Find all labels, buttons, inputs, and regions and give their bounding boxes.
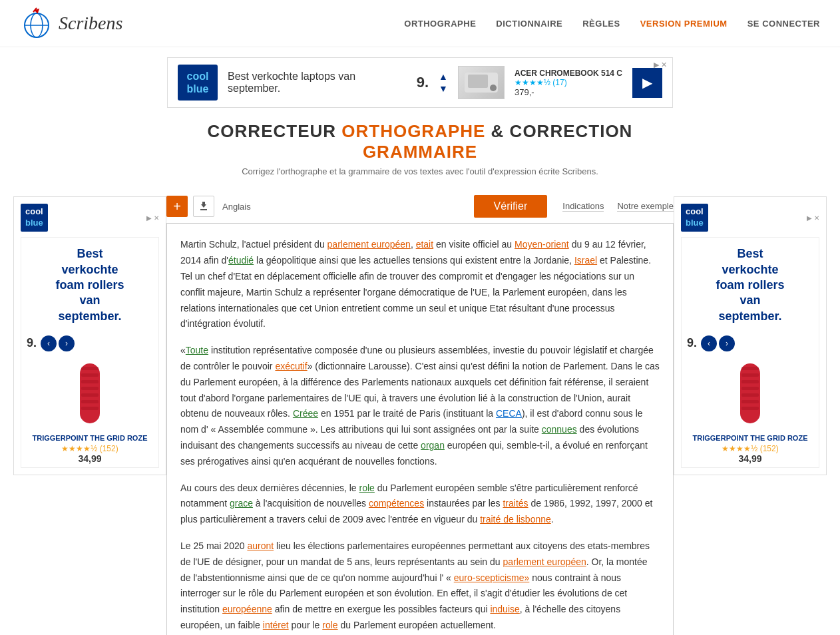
- svg-rect-14: [200, 209, 207, 210]
- ad-up-arrow[interactable]: ▲: [439, 71, 448, 82]
- error-parlement-europeen-2[interactable]: parlement européen: [503, 556, 586, 567]
- svg-rect-22: [741, 400, 759, 403]
- ad-product-image: [458, 66, 505, 99]
- error-competences[interactable]: compétences: [369, 498, 424, 509]
- verify-button[interactable]: Vérifier: [474, 195, 548, 218]
- left-sidebar-ad: coolblue ▶ ✕ Bestverkochtefoam rollersva…: [13, 196, 166, 475]
- top-ad-banner: ▶ ✕ coolblue Best verkochte laptops van …: [167, 57, 673, 108]
- text-content[interactable]: Martin Schulz, l'actuel président du par…: [166, 223, 674, 635]
- paragraph-3: Au cours des deux dernières décennies, l…: [180, 481, 660, 528]
- main-title-area: CORRECTEUR ORTHOGRAPHE & CORRECTION GRAM…: [167, 121, 673, 176]
- sidebar-ad-close-right[interactable]: ▶ ✕: [807, 214, 819, 222]
- error-organ[interactable]: organ: [421, 440, 445, 451]
- error-israel[interactable]: Israel: [574, 255, 597, 266]
- main-nav: ORTHOGRAPHE DICTIONNAIRE RÈGLES VERSION …: [404, 19, 820, 29]
- error-auront[interactable]: auront: [247, 540, 274, 551]
- right-ad-prev[interactable]: ‹: [701, 335, 717, 351]
- svg-rect-10: [81, 387, 99, 390]
- sidebar-ad-close-left[interactable]: ▶ ✕: [146, 214, 159, 222]
- error-euro-scepticisme[interactable]: euro-scepticisme»: [454, 572, 530, 583]
- svg-rect-13: [81, 407, 99, 410]
- right-product-name: TRIGGERPOINT THE GRID ROZE: [682, 434, 819, 442]
- language-selector[interactable]: Anglais: [220, 202, 254, 212]
- error-grace[interactable]: grace: [230, 498, 253, 509]
- main-content: + Anglais Vérifier Indications Notre exe…: [166, 190, 674, 635]
- error-parlement-europeen[interactable]: parlement européen: [327, 239, 411, 250]
- left-ad-prev[interactable]: ‹: [41, 335, 57, 351]
- svg-rect-8: [81, 373, 99, 377]
- left-product-image: [21, 357, 158, 430]
- svg-rect-23: [741, 407, 759, 410]
- download-icon: [198, 201, 209, 212]
- paragraph-4: Le 25 mai 2020 auront lieu les élections…: [180, 538, 660, 634]
- svg-point-5: [490, 85, 497, 91]
- error-role-1[interactable]: role: [359, 483, 375, 493]
- error-etudie[interactable]: étudié: [228, 255, 254, 266]
- right-sidebar-ad-logo: coolblue: [681, 204, 708, 232]
- svg-rect-12: [81, 400, 99, 403]
- nav-connect[interactable]: SE CONNECTER: [747, 19, 820, 29]
- error-interet[interactable]: intéret: [263, 620, 289, 630]
- svg-rect-19: [741, 380, 759, 383]
- nav-dictionnaire[interactable]: DICTIONNAIRE: [496, 19, 562, 29]
- svg-rect-4: [468, 75, 488, 88]
- error-toute[interactable]: Toute: [186, 345, 208, 355]
- ad-down-arrow[interactable]: ▼: [439, 83, 448, 94]
- download-button[interactable]: [193, 196, 214, 217]
- right-product-price: 34,99: [682, 453, 819, 464]
- error-etait[interactable]: etait: [416, 239, 433, 250]
- left-product-price: 34,99: [21, 453, 158, 464]
- ad-close-button[interactable]: ▶ ✕: [654, 61, 667, 69]
- nav-orthographe[interactable]: ORTHOGRAPHE: [404, 19, 476, 29]
- error-traites[interactable]: traités: [503, 498, 528, 509]
- left-ad-number: 9.: [27, 336, 37, 350]
- right-product-image: [682, 357, 819, 430]
- error-creee[interactable]: Créee: [293, 408, 318, 419]
- right-ad-content: Bestverkochtefoam rollersvanseptember. 9…: [681, 237, 819, 468]
- error-induise[interactable]: induise: [490, 604, 519, 614]
- logo-icon: [20, 7, 53, 40]
- right-ad-number: 9.: [687, 336, 697, 350]
- sidebar-ad-logo: coolblue: [21, 204, 48, 232]
- toolbar-links: Indications Notre exemple: [562, 201, 674, 212]
- error-connues[interactable]: connues: [542, 424, 577, 435]
- ad-shop-button[interactable]: ▶: [632, 68, 662, 98]
- left-ad-content: Bestverkochtefoam rollersvanseptember. 9…: [21, 237, 159, 468]
- right-sidebar: coolblue ▶ ✕ Bestverkochtefoam rollersva…: [674, 190, 827, 635]
- svg-marker-15: [201, 202, 206, 208]
- right-ad-next[interactable]: ›: [719, 335, 735, 351]
- svg-rect-18: [741, 373, 759, 377]
- left-sidebar: coolblue ▶ ✕ Bestverkochtefoam rollersva…: [13, 190, 166, 635]
- error-role-2[interactable]: role: [322, 620, 337, 630]
- error-moyen-orient[interactable]: Moyen-orient: [515, 239, 569, 250]
- svg-rect-9: [81, 380, 99, 383]
- ad-number: 9.: [417, 74, 429, 91]
- example-link[interactable]: Notre exemple: [617, 201, 674, 212]
- paragraph-1: Martin Schulz, l'actuel président du par…: [180, 237, 660, 332]
- ad-up-down: ▲ ▼: [439, 71, 448, 94]
- right-sidebar-ad: coolblue ▶ ✕ Bestverkochtefoam rollersva…: [674, 196, 827, 475]
- error-europeenne[interactable]: européenne: [222, 604, 272, 614]
- left-product-name: TRIGGERPOINT THE GRID ROZE: [21, 434, 158, 442]
- add-button[interactable]: +: [166, 196, 188, 217]
- header: Scribens ORTHOGRAPHE DICTIONNAIRE RÈGLES…: [0, 0, 840, 47]
- left-ad-next[interactable]: ›: [59, 335, 75, 351]
- svg-rect-21: [741, 393, 759, 397]
- left-product-stars: ★★★★½ (152): [21, 444, 158, 453]
- right-product-stars: ★★★★½ (152): [682, 444, 819, 453]
- indications-link[interactable]: Indications: [562, 201, 604, 212]
- page-layout: coolblue ▶ ✕ Bestverkochtefoam rollersva…: [0, 190, 840, 635]
- svg-rect-11: [81, 393, 99, 397]
- logo-text: Scribens: [59, 13, 122, 34]
- nav-premium[interactable]: VERSION PREMIUM: [640, 19, 728, 29]
- ad-brand-logo: coolblue: [178, 65, 218, 101]
- ad-text: Best verkochte laptops van september.: [228, 71, 407, 95]
- right-ad-text: Bestverkochtefoam rollersvanseptember.: [682, 246, 819, 324]
- nav-regles[interactable]: RÈGLES: [582, 19, 620, 29]
- svg-rect-17: [741, 367, 759, 370]
- error-traite-lisbonne[interactable]: traité de lisbonne: [480, 514, 551, 525]
- svg-rect-20: [741, 387, 759, 390]
- error-executif[interactable]: exécutif: [275, 361, 307, 371]
- error-ceca[interactable]: CECA: [496, 408, 522, 419]
- main-title: CORRECTEUR ORTHOGRAPHE & CORRECTION GRAM…: [167, 121, 673, 162]
